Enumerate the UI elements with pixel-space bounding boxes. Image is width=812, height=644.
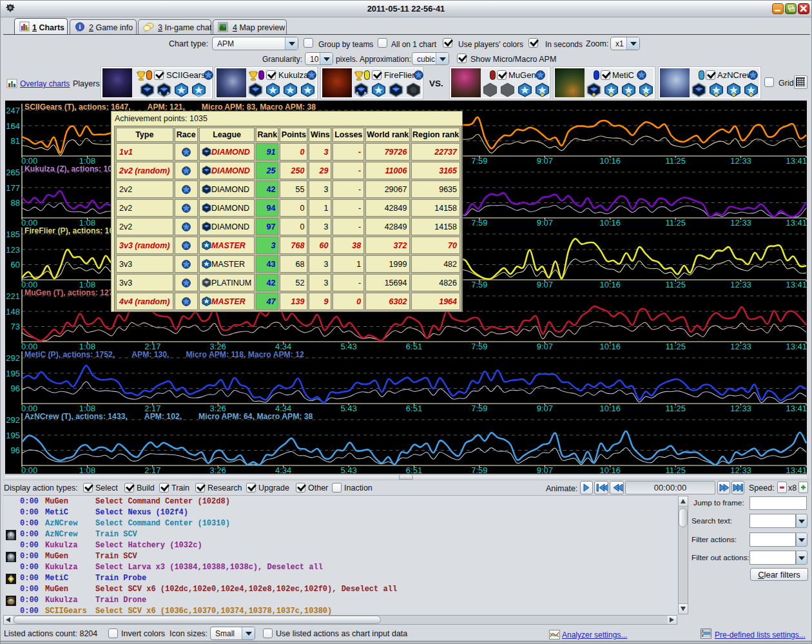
svg-text:12:33: 12:33 (730, 404, 751, 413)
svg-text:13:41: 13:41 (786, 218, 807, 228)
svg-text:2:17: 2:17 (144, 465, 160, 474)
svg-text:195: 195 (6, 431, 20, 440)
svg-text:81: 81 (11, 136, 20, 146)
svg-text:177: 177 (6, 183, 20, 193)
svg-text:247: 247 (6, 106, 20, 115)
svg-text:6:51: 6:51 (406, 404, 422, 413)
svg-text:12:33: 12:33 (730, 280, 751, 289)
svg-text:265: 265 (6, 168, 20, 177)
svg-text:AzNCrew (T), actions: 1433,APM: AzNCrew (T), actions: 1433,APM: 102,Micr… (24, 412, 313, 421)
svg-text:6:51: 6:51 (406, 465, 422, 474)
svg-text:10:16: 10:16 (600, 404, 621, 413)
svg-text:11:25: 11:25 (665, 218, 686, 228)
svg-text:7:59: 7:59 (471, 404, 487, 413)
svg-text:7:59: 7:59 (471, 280, 487, 289)
svg-text:13:41: 13:41 (786, 156, 807, 166)
svg-text:13:41: 13:41 (786, 280, 807, 289)
svg-text:12:33: 12:33 (730, 342, 751, 351)
svg-text:13:41: 13:41 (786, 404, 807, 413)
svg-text:123: 123 (6, 245, 20, 255)
svg-text:164: 164 (6, 121, 20, 131)
svg-text:9:07: 9:07 (537, 156, 553, 166)
svg-text:SCIIGears (T), actions: 1647,A: SCIIGears (T), actions: 1647,APM: 121,Mi… (24, 102, 316, 112)
svg-text:60: 60 (11, 260, 20, 269)
svg-text:88: 88 (11, 198, 20, 208)
svg-text:9:07: 9:07 (537, 404, 553, 413)
svg-text:7:59: 7:59 (471, 342, 487, 351)
svg-text:9:07: 9:07 (537, 342, 553, 351)
svg-text:5:43: 5:43 (340, 465, 356, 474)
svg-text:1:08: 1:08 (79, 465, 95, 474)
svg-text:185: 185 (6, 229, 20, 239)
svg-text:9:07: 9:07 (537, 280, 553, 289)
svg-text:10:16: 10:16 (600, 342, 621, 351)
svg-text:5:43: 5:43 (340, 404, 356, 413)
svg-text:9:07: 9:07 (537, 218, 553, 228)
svg-text:i: i (79, 23, 81, 30)
svg-text:13:41: 13:41 (786, 465, 807, 474)
svg-text:96: 96 (11, 445, 20, 455)
svg-text:9:07: 9:07 (537, 465, 553, 474)
svg-text:10:16: 10:16 (600, 156, 621, 166)
svg-text:148: 148 (6, 307, 20, 317)
svg-text:11:25: 11:25 (665, 465, 686, 474)
svg-text:0:00: 0:00 (21, 465, 37, 474)
svg-text:5:43: 5:43 (340, 342, 356, 351)
svg-text:11:25: 11:25 (665, 280, 686, 289)
svg-text:12:33: 12:33 (730, 156, 751, 166)
svg-text:292: 292 (6, 353, 20, 363)
svg-text:292: 292 (6, 415, 20, 425)
svg-text:7:59: 7:59 (471, 218, 487, 228)
svg-text:4:34: 4:34 (275, 465, 291, 474)
svg-text:12:33: 12:33 (730, 218, 751, 228)
svg-text:11:25: 11:25 (665, 342, 686, 351)
svg-text:73: 73 (11, 322, 20, 331)
svg-text:11:25: 11:25 (665, 156, 686, 166)
svg-text:10:16: 10:16 (600, 280, 621, 289)
svg-text:96: 96 (11, 384, 20, 393)
svg-text:7:59: 7:59 (471, 465, 487, 474)
svg-text:7:59: 7:59 (471, 156, 487, 166)
svg-text:221: 221 (6, 291, 20, 301)
svg-text:10:16: 10:16 (600, 465, 621, 474)
svg-text:6:51: 6:51 (406, 342, 422, 351)
svg-text:3:26: 3:26 (210, 465, 226, 474)
svg-text:12:33: 12:33 (730, 465, 751, 474)
svg-text:10:16: 10:16 (600, 218, 621, 228)
svg-text:11:25: 11:25 (665, 404, 686, 413)
svg-text:13:41: 13:41 (786, 342, 807, 351)
svg-text:MetiC (P), actions: 1752,APM:: MetiC (P), actions: 1752,APM: 130,Micro … (24, 350, 304, 359)
svg-text:195: 195 (6, 369, 20, 378)
